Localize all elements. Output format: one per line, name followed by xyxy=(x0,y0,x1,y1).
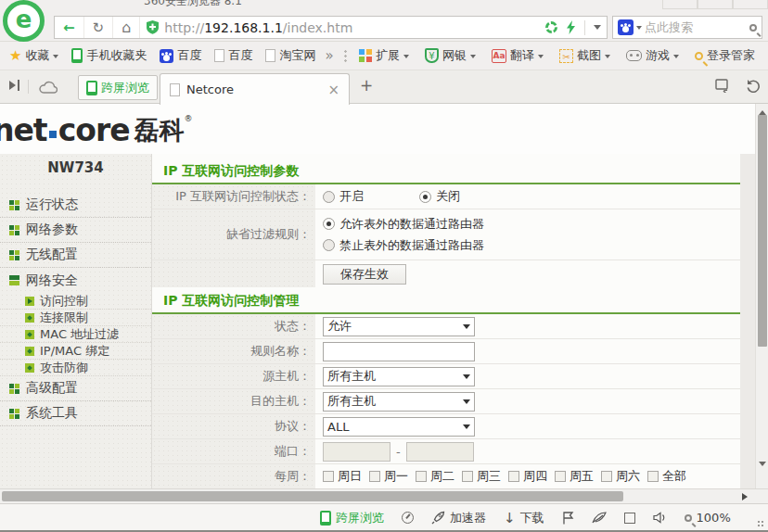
weekday-row: 每周： 周日 周一 周二 周三 周四 周五 周六 全部 xyxy=(152,464,740,489)
sidebar-item-running-status[interactable]: 运行状态 xyxy=(0,193,151,218)
translate-menu[interactable]: Aa 翻译 xyxy=(488,45,547,66)
select-caret-icon xyxy=(463,399,470,408)
back-button[interactable] xyxy=(55,17,84,38)
checkbox-all-days[interactable] xyxy=(647,471,659,482)
login-manager-button[interactable]: 登录管家 xyxy=(691,45,759,66)
baidu-paw-icon[interactable] xyxy=(618,19,634,35)
search-box[interactable] xyxy=(612,16,762,39)
checkbox-thursday[interactable] xyxy=(508,471,519,482)
checkbox-wednesday[interactable] xyxy=(462,471,473,482)
accelerator-button[interactable]: 加速器 xyxy=(431,510,486,526)
tab-netcore[interactable]: Netcore xyxy=(160,73,350,105)
checkbox-saturday[interactable] xyxy=(601,471,612,482)
search-engine-chevron-icon[interactable] xyxy=(636,26,642,32)
chevron-down-icon xyxy=(403,55,409,61)
network-swoosh-icon[interactable] xyxy=(592,512,607,524)
protocol-select[interactable]: ALL xyxy=(323,417,475,437)
reopen-closed-tab-icon[interactable] xyxy=(746,79,761,93)
port-end-input[interactable] xyxy=(406,442,474,462)
sidebar-item-network-security[interactable]: 网络安全 xyxy=(0,268,151,293)
search-icon[interactable] xyxy=(749,24,757,32)
home-button[interactable] xyxy=(113,17,140,38)
scroll-up-arrow[interactable] xyxy=(759,107,766,115)
zoom-control[interactable]: 100% xyxy=(685,511,731,525)
refresh-button[interactable] xyxy=(84,17,114,38)
more-bookmarks-chevron[interactable] xyxy=(325,47,333,64)
horizontal-scrollbar[interactable] xyxy=(0,488,768,503)
statusbar-cross-screen-button[interactable]: 跨屏浏览 xyxy=(320,510,384,526)
sidebar-item-advanced-config[interactable]: 高级配置 xyxy=(0,376,151,401)
bookmark-baidu[interactable]: 百度 xyxy=(156,45,205,66)
radio-enable[interactable] xyxy=(323,191,335,203)
checkbox-sunday[interactable] xyxy=(323,471,334,482)
sidebar-subitem-ip-mac-binding[interactable]: IP/MAC 绑定 xyxy=(0,343,151,360)
download-button[interactable]: 下载 xyxy=(504,510,544,526)
save-row: 保存生效 xyxy=(152,260,740,287)
radio-allow[interactable] xyxy=(323,218,335,230)
speaker-icon[interactable] xyxy=(653,512,667,524)
scroll-down-arrow[interactable] xyxy=(759,462,766,470)
checkbox-tuesday[interactable] xyxy=(416,471,427,482)
source-host-select[interactable]: 所有主机 xyxy=(323,367,475,386)
checkbox-friday[interactable] xyxy=(555,471,566,482)
dest-host-select[interactable]: 所有主机 xyxy=(323,392,475,412)
save-button[interactable]: 保存生效 xyxy=(323,264,406,285)
new-tab-button[interactable] xyxy=(360,76,373,95)
ad-block-icon[interactable] xyxy=(545,21,557,33)
vertical-scrollbar[interactable] xyxy=(755,104,768,488)
bookmark-taobao[interactable]: 淘宝网 xyxy=(262,45,319,66)
games-menu[interactable]: 游戏 xyxy=(622,45,683,66)
collapse-tabs-icon[interactable] xyxy=(9,81,20,90)
url-text[interactable]: http://192.168.1.1/index.htm xyxy=(164,20,352,35)
control-status-label: IP 互联网访问控制状态： xyxy=(152,184,315,209)
speed-gauge-icon[interactable] xyxy=(402,512,414,524)
online-banking-menu[interactable]: ¥ 网银 xyxy=(421,45,480,66)
favorites-menu[interactable]: 收藏 xyxy=(6,45,62,66)
sidebar-subitem-attack-defense[interactable]: 攻击防御 xyxy=(0,360,151,376)
rule-name-input[interactable] xyxy=(323,342,475,361)
resize-grip[interactable] xyxy=(757,520,764,527)
search-input[interactable] xyxy=(645,20,747,34)
cloud-sync-icon[interactable] xyxy=(39,81,58,94)
toolbar-divider xyxy=(344,49,347,62)
menu-grid-icon xyxy=(9,200,19,210)
bookmark-mobile-favorites[interactable]: 手机收藏夹 xyxy=(68,45,150,66)
router-page: net core 磊科 ® NW734 运行状态 网络参数 无线配置 xyxy=(0,104,768,503)
address-bar[interactable]: http://192.168.1.1/index.htm xyxy=(54,16,608,39)
vertical-scrollbar-thumb[interactable] xyxy=(758,115,767,347)
sidebar-subitem-connection-limit[interactable]: 连接限制 xyxy=(0,310,151,326)
speed-lightning-icon[interactable] xyxy=(566,20,576,34)
bookmark-baidu2[interactable]: 百度 xyxy=(211,45,256,66)
site-safety-shield-icon[interactable] xyxy=(147,20,159,34)
horizontal-scrollbar-thumb[interactable] xyxy=(2,491,623,501)
login-key-icon xyxy=(695,52,703,60)
tab-list-icon[interactable] xyxy=(715,79,731,93)
browser-logo-icon[interactable]: e xyxy=(3,0,45,42)
sidebar-subitem-access-control[interactable]: 访问控制 xyxy=(0,293,151,310)
window-mode-icon[interactable] xyxy=(624,513,635,524)
port-start-input[interactable] xyxy=(323,442,390,462)
dest-host-row: 目的主机： 所有主机 xyxy=(152,389,740,414)
sidebar-subitem-mac-filter[interactable]: MAC 地址过滤 xyxy=(0,326,151,343)
state-select[interactable]: 允许 xyxy=(323,317,475,336)
window-controls[interactable] xyxy=(662,0,768,9)
radio-disable[interactable] xyxy=(419,191,431,203)
phone-icon xyxy=(86,81,97,95)
page-icon xyxy=(170,83,180,96)
sidebar-item-wireless-config[interactable]: 无线配置 xyxy=(0,243,151,268)
bullet-icon xyxy=(25,330,34,339)
flag-icon[interactable] xyxy=(562,512,574,525)
sidebar-item-system-tools[interactable]: 系统工具 xyxy=(0,401,151,426)
bank-shield-icon: ¥ xyxy=(425,48,439,63)
screenshot-menu[interactable]: 截图 xyxy=(556,45,614,66)
extensions-menu[interactable]: 扩展 xyxy=(355,45,413,66)
sidebar-item-network-params[interactable]: 网络参数 xyxy=(0,218,151,243)
logo-dot xyxy=(49,131,57,138)
cross-screen-browse-button[interactable]: 跨屏浏览 xyxy=(78,75,158,100)
url-dropdown-chevron-icon[interactable] xyxy=(594,25,601,33)
select-caret-icon xyxy=(463,374,470,383)
radio-deny[interactable] xyxy=(323,239,335,251)
close-tab-icon[interactable] xyxy=(327,82,339,98)
checkbox-monday[interactable] xyxy=(369,471,380,482)
scroll-right-arrow[interactable] xyxy=(742,493,751,500)
